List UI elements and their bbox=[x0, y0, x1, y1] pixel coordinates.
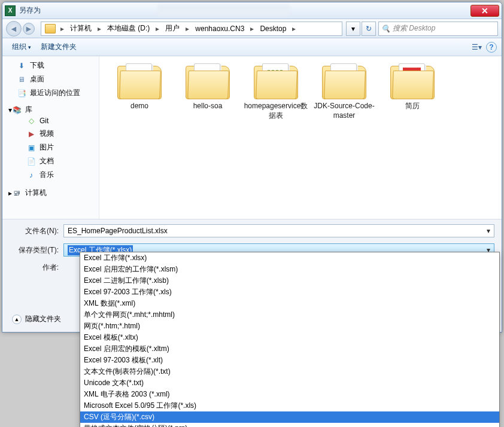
dropdown-option[interactable]: XML 数据(*.xml) bbox=[80, 298, 499, 309]
library-type-icon: 📄 bbox=[26, 157, 36, 166]
dropdown-option[interactable]: Excel 启用宏的工作簿(*.xlsm) bbox=[80, 264, 499, 275]
organize-button[interactable]: 组织 bbox=[7, 40, 36, 54]
caret-up-icon: ▲ bbox=[12, 315, 22, 324]
dropdown-option[interactable]: Excel 97-2003 模板(*.xlt) bbox=[80, 355, 499, 366]
dropdown-option[interactable]: Excel 模板(*.xltx) bbox=[80, 332, 499, 343]
refresh-button[interactable]: ↻ bbox=[362, 22, 376, 36]
chevron-right-icon[interactable]: ▸ bbox=[183, 25, 192, 33]
breadcrumb-segment[interactable]: wenhaoxu.CN3 bbox=[192, 22, 248, 35]
sidebar-item-label: 桌面 bbox=[30, 74, 44, 84]
chevron-right-icon[interactable]: ▸ bbox=[290, 25, 298, 33]
chevron-right-icon[interactable]: ▸ bbox=[153, 25, 162, 33]
file-item[interactable]: JDK-Source-Code-master bbox=[311, 62, 377, 120]
navigation-bar: ◄ ► ▸ 计算机 ▸ 本地磁盘 (D:) ▸ 用户 ▸ wenhaoxu.CN… bbox=[2, 19, 502, 38]
chevron-right-icon[interactable]: ▸ bbox=[58, 25, 66, 33]
library-type-icon: ▣ bbox=[26, 144, 36, 152]
excel-icon: X bbox=[5, 5, 16, 16]
dropdown-option[interactable]: 网页(*.htm;*.html) bbox=[80, 321, 499, 332]
folder-icon bbox=[186, 62, 230, 99]
sidebar-group-libraries[interactable]: ▾📚库 bbox=[2, 105, 99, 115]
titlebar[interactable]: X 另存为 ✕ bbox=[2, 2, 502, 19]
dropdown-option[interactable]: Excel 工作簿(*.xlsx) bbox=[80, 252, 499, 264]
desktop-icon: 🖥 bbox=[17, 75, 26, 84]
folder-icon bbox=[390, 62, 435, 99]
filename-input[interactable]: ES_HomePageProductList.xlsx bbox=[63, 224, 494, 237]
dropdown-option[interactable]: 带格式文本文件(空格分隔)(*.prn) bbox=[80, 423, 499, 427]
dropdown-option[interactable]: XML 电子表格 2003 (*.xml) bbox=[80, 389, 499, 400]
dropdown-option[interactable]: Unicode 文本(*.txt) bbox=[80, 377, 499, 389]
chevron-right-icon[interactable]: ▸ bbox=[248, 25, 256, 33]
sidebar-item-library[interactable]: ▣图片 bbox=[2, 141, 99, 154]
file-name: homepageservice数据表 bbox=[243, 102, 309, 120]
dropdown-option[interactable]: 单个文件网页(*.mht;*.mhtml) bbox=[80, 309, 499, 321]
folder-icon bbox=[117, 62, 162, 99]
file-item[interactable]: demo bbox=[107, 62, 172, 120]
breadcrumb-segment[interactable]: 用户 bbox=[162, 22, 183, 35]
savetype-dropdown-list[interactable]: Excel 工作簿(*.xlsx)Excel 启用宏的工作簿(*.xlsm)Ex… bbox=[80, 252, 500, 427]
file-item[interactable]: 简历 bbox=[379, 62, 445, 120]
back-button[interactable]: ◄ bbox=[6, 21, 22, 36]
file-item[interactable]: homepageservice数据表 bbox=[243, 62, 309, 120]
sidebar-item-label: Git bbox=[40, 117, 48, 125]
breadcrumb[interactable]: ▸ 计算机 ▸ 本地磁盘 (D:) ▸ 用户 ▸ wenhaoxu.CN3 ▸ … bbox=[41, 22, 342, 36]
dropdown-option[interactable]: Excel 二进制工作簿(*.xlsb) bbox=[80, 275, 499, 286]
dropdown-option[interactable]: 文本文件(制表符分隔)(*.txt) bbox=[80, 366, 499, 377]
search-input[interactable]: 🔍 搜索 Desktop bbox=[378, 22, 498, 36]
author-label: 作者: bbox=[10, 263, 63, 273]
search-placeholder: 搜索 Desktop bbox=[393, 23, 435, 33]
dropdown-option[interactable]: CSV (逗号分隔)(*.csv) bbox=[80, 411, 499, 423]
hide-folders-label: 隐藏文件夹 bbox=[25, 314, 61, 324]
sidebar-item-library[interactable]: ♪音乐 bbox=[2, 168, 99, 182]
file-name: 简历 bbox=[379, 102, 445, 111]
sidebar-item-label: 库 bbox=[25, 105, 32, 115]
file-name: JDK-Source-Code-master bbox=[311, 102, 377, 120]
new-folder-button[interactable]: 新建文件夹 bbox=[36, 40, 81, 54]
close-button[interactable]: ✕ bbox=[470, 5, 499, 17]
file-list[interactable]: demohello-soahomepageservice数据表JDK-Sourc… bbox=[99, 56, 502, 219]
background-window-title bbox=[158, 5, 290, 16]
folder-icon bbox=[45, 24, 56, 33]
toolbar: 组织 新建文件夹 ☰▾ ? bbox=[2, 38, 502, 56]
sidebar-item-library[interactable]: ▶视频 bbox=[2, 127, 99, 141]
forward-button[interactable]: ► bbox=[23, 23, 35, 35]
help-button[interactable]: ? bbox=[486, 42, 497, 53]
sidebar-item-label: 文档 bbox=[40, 156, 54, 166]
sidebar-item-library[interactable]: 📄文档 bbox=[2, 154, 99, 168]
sidebar[interactable]: ⬇下载 🖥桌面 📑最近访问的位置 ▾📚库 ◇Git▶视频▣图片📄文档♪音乐 ▸🖳… bbox=[2, 56, 99, 219]
filename-value: ES_HomePageProductList.xlsx bbox=[68, 227, 168, 235]
sidebar-item-downloads[interactable]: ⬇下载 bbox=[2, 59, 99, 72]
file-item[interactable]: hello-soa bbox=[175, 62, 241, 120]
breadcrumb-segment[interactable]: Desktop bbox=[256, 22, 290, 35]
breadcrumb-segment[interactable]: 计算机 bbox=[66, 22, 95, 35]
download-icon: ⬇ bbox=[17, 62, 26, 70]
breadcrumb-dropdown[interactable]: ▾ bbox=[346, 22, 360, 36]
folder-icon bbox=[254, 62, 298, 99]
view-options-button[interactable]: ☰▾ bbox=[469, 40, 484, 54]
sidebar-item-label: 图片 bbox=[40, 142, 54, 152]
sidebar-item-label: 最近访问的位置 bbox=[30, 88, 80, 98]
filename-label: 文件名(N): bbox=[10, 226, 63, 236]
dropdown-option[interactable]: Excel 启用宏的模板(*.xltm) bbox=[80, 343, 499, 355]
dropdown-option[interactable]: Microsoft Excel 5.0/95 工作簿(*.xls) bbox=[80, 400, 499, 411]
dropdown-option[interactable]: Excel 97-2003 工作簿(*.xls) bbox=[80, 286, 499, 298]
sidebar-item-library[interactable]: ◇Git bbox=[2, 115, 99, 127]
sidebar-item-desktop[interactable]: 🖥桌面 bbox=[2, 72, 99, 86]
hide-folders-toggle[interactable]: ▲ 隐藏文件夹 bbox=[12, 314, 61, 324]
file-browser: ⬇下载 🖥桌面 📑最近访问的位置 ▾📚库 ◇Git▶视频▣图片📄文档♪音乐 ▸🖳… bbox=[2, 56, 502, 219]
library-type-icon: ♪ bbox=[26, 171, 36, 179]
folder-icon bbox=[322, 62, 366, 99]
library-type-icon: ◇ bbox=[26, 117, 36, 125]
savetype-label: 保存类型(T): bbox=[10, 245, 63, 255]
recent-icon: 📑 bbox=[17, 89, 26, 97]
library-type-icon: ▶ bbox=[26, 130, 36, 138]
sidebar-item-label: 下载 bbox=[30, 60, 44, 71]
chevron-right-icon[interactable]: ▸ bbox=[95, 25, 104, 33]
library-icon: 📚 bbox=[12, 106, 22, 114]
computer-icon: 🖳 bbox=[12, 189, 22, 197]
sidebar-item-label: 计算机 bbox=[25, 188, 47, 198]
sidebar-item-label: 视频 bbox=[40, 129, 54, 139]
breadcrumb-segment[interactable]: 本地磁盘 (D:) bbox=[104, 22, 153, 35]
sidebar-group-computer[interactable]: ▸🖳计算机 bbox=[2, 188, 99, 198]
sidebar-item-label: 音乐 bbox=[40, 170, 54, 180]
sidebar-item-recent[interactable]: 📑最近访问的位置 bbox=[2, 86, 99, 100]
